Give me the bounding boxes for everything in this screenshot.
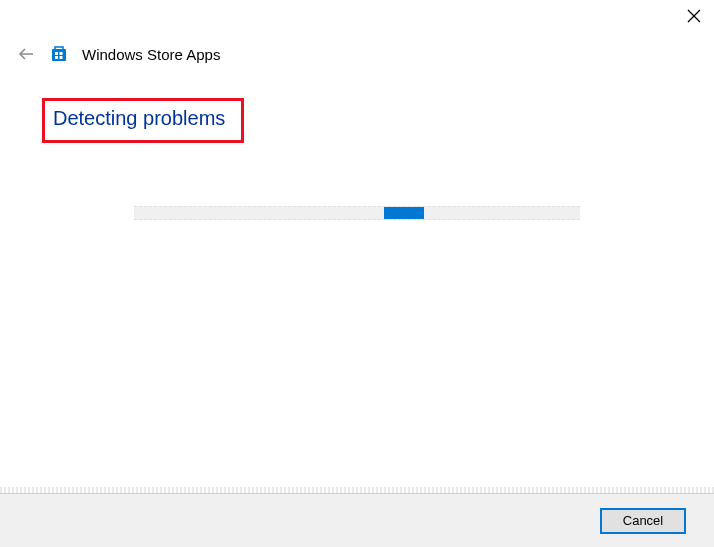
windows-store-icon-svg [50, 45, 68, 63]
header: Windows Store Apps [16, 44, 220, 64]
heading-highlight-box: Detecting problems [42, 98, 244, 143]
windows-store-icon [50, 45, 68, 63]
app-title: Windows Store Apps [82, 46, 220, 63]
progress-bar-indicator [384, 207, 424, 219]
back-arrow-icon[interactable] [16, 44, 36, 64]
svg-rect-7 [60, 56, 63, 59]
svg-rect-3 [52, 49, 66, 61]
close-icon-svg [687, 9, 701, 23]
svg-rect-5 [60, 52, 63, 55]
back-arrow-svg [17, 45, 35, 63]
svg-rect-6 [55, 56, 58, 59]
footer: Cancel [0, 493, 714, 547]
svg-rect-4 [55, 52, 58, 55]
cancel-button[interactable]: Cancel [600, 508, 686, 534]
close-icon[interactable] [686, 8, 702, 24]
page-heading: Detecting problems [53, 107, 225, 130]
progress-bar-track [134, 206, 580, 220]
titlebar [686, 0, 714, 32]
